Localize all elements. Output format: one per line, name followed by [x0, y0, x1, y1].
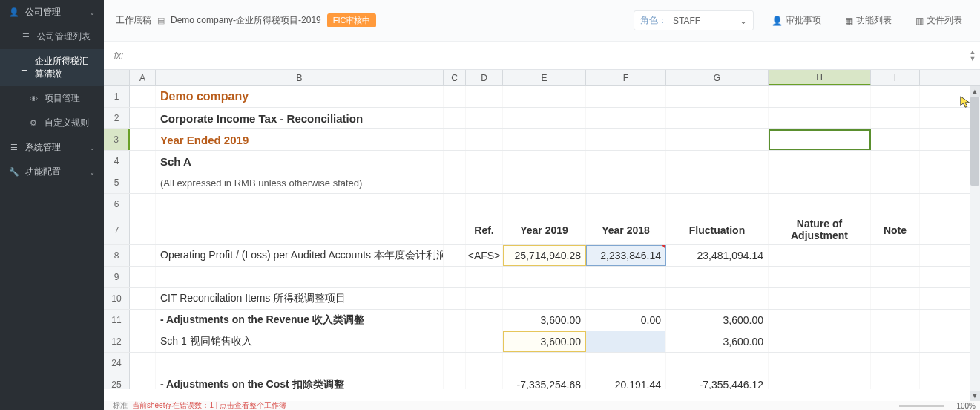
cell[interactable]: [871, 267, 920, 287]
cell[interactable]: [503, 267, 586, 287]
cell[interactable]: [130, 374, 156, 389]
formula-expand[interactable]: ▲▼: [965, 49, 980, 62]
cell[interactable]: [666, 86, 769, 107]
cell[interactable]: - Adjustments on the Cost 扣除类调整: [156, 374, 444, 389]
cell[interactable]: [769, 310, 871, 331]
cell[interactable]: Sch 1 视同销售收入: [156, 331, 444, 352]
cell[interactable]: [466, 194, 503, 215]
row-header[interactable]: 24: [104, 353, 130, 374]
cell[interactable]: [444, 194, 466, 215]
cell[interactable]: 3,600.00: [503, 310, 586, 331]
col-header-C[interactable]: C: [444, 70, 466, 85]
col-header-D[interactable]: D: [466, 70, 503, 85]
cell[interactable]: 0.00: [586, 310, 666, 331]
cell[interactable]: [466, 331, 503, 352]
cell[interactable]: [871, 108, 920, 128]
cell[interactable]: [586, 172, 666, 193]
row-header[interactable]: 10: [104, 288, 130, 309]
cell[interactable]: [444, 267, 466, 287]
scroll-down-button[interactable]: ▼: [970, 391, 980, 401]
cell[interactable]: [871, 129, 920, 150]
functions-link[interactable]: ▦ 功能列表: [839, 11, 898, 30]
sidebar-item-company-list[interactable]: ☰ 公司管理列表: [0, 25, 104, 49]
files-link[interactable]: ▥ 文件列表: [910, 11, 968, 30]
vertical-scrollbar[interactable]: ▲ ▼: [970, 86, 980, 401]
row-header[interactable]: 7: [104, 215, 130, 244]
cell[interactable]: [871, 172, 920, 193]
row-header[interactable]: 1: [104, 86, 130, 107]
row-header[interactable]: 4: [104, 151, 130, 172]
cell[interactable]: [130, 86, 156, 107]
cell[interactable]: [156, 215, 444, 244]
scroll-up-button[interactable]: ▲: [970, 86, 980, 97]
cell[interactable]: [586, 288, 666, 309]
cell[interactable]: [130, 267, 156, 287]
cell[interactable]: [769, 374, 871, 389]
cell[interactable]: Year Ended 2019: [156, 129, 444, 150]
cell[interactable]: [769, 331, 871, 352]
formula-input[interactable]: [134, 42, 965, 69]
cell[interactable]: [503, 172, 586, 193]
cell[interactable]: [130, 245, 156, 266]
cell[interactable]: [586, 108, 666, 128]
col-header-G[interactable]: G: [666, 70, 769, 85]
cell[interactable]: [769, 151, 871, 172]
zoom-out-button[interactable]: −: [890, 402, 895, 410]
cell[interactable]: [871, 245, 920, 266]
cell[interactable]: -7,355,446.12: [666, 374, 769, 389]
cell[interactable]: <AFS>: [466, 245, 503, 266]
cell[interactable]: [466, 310, 503, 331]
cell[interactable]: [586, 194, 666, 215]
cell[interactable]: 20,191.44: [586, 374, 666, 389]
cell[interactable]: [444, 245, 466, 266]
cell[interactable]: [444, 172, 466, 193]
cell[interactable]: [666, 108, 769, 128]
row-header[interactable]: 2: [104, 108, 130, 128]
cell[interactable]: [466, 108, 503, 128]
cell[interactable]: 2,233,846.14: [586, 245, 666, 266]
cell[interactable]: [586, 353, 666, 374]
cell[interactable]: [503, 151, 586, 172]
row-header[interactable]: 8: [104, 245, 130, 266]
cell[interactable]: [130, 215, 156, 244]
cell[interactable]: [666, 288, 769, 309]
cell[interactable]: [871, 86, 920, 107]
row-header[interactable]: 11: [104, 310, 130, 331]
row-header[interactable]: 3: [104, 129, 130, 150]
cell[interactable]: [466, 86, 503, 107]
cell[interactable]: [444, 353, 466, 374]
cell[interactable]: [444, 151, 466, 172]
cell[interactable]: [586, 151, 666, 172]
cell[interactable]: Note: [871, 215, 920, 244]
cell[interactable]: Ref.: [466, 215, 503, 244]
cell[interactable]: [130, 151, 156, 172]
cell[interactable]: 25,714,940.28: [503, 245, 586, 266]
cell[interactable]: [503, 353, 586, 374]
cell[interactable]: [666, 129, 769, 150]
cell[interactable]: [586, 267, 666, 287]
sidebar-group-company[interactable]: 👤 公司管理 ⌄: [0, 0, 104, 25]
cell[interactable]: [444, 310, 466, 331]
cell[interactable]: [130, 331, 156, 352]
status-text[interactable]: 当前sheet存在错误数：1 | 点击查看整个工作簿: [132, 400, 286, 410]
cell[interactable]: [444, 215, 466, 244]
cell[interactable]: 3,600.00: [666, 310, 769, 331]
cell[interactable]: [503, 288, 586, 309]
cell[interactable]: [156, 353, 444, 374]
cell[interactable]: [769, 353, 871, 374]
cell[interactable]: [769, 86, 871, 107]
cell[interactable]: [666, 267, 769, 287]
cell[interactable]: [444, 86, 466, 107]
cell[interactable]: [666, 151, 769, 172]
cell[interactable]: [444, 288, 466, 309]
cell[interactable]: [130, 288, 156, 309]
cell[interactable]: [871, 374, 920, 389]
cell[interactable]: - Adjustments on the Revenue 收入类调整: [156, 310, 444, 331]
cell[interactable]: [871, 310, 920, 331]
cell[interactable]: Corporate Income Tax - Reconciliation: [156, 108, 444, 128]
cell[interactable]: Fluctuation: [666, 215, 769, 244]
cell[interactable]: [466, 129, 503, 150]
zoom-in-button[interactable]: +: [948, 402, 953, 410]
cell[interactable]: [769, 288, 871, 309]
cell[interactable]: [503, 108, 586, 128]
